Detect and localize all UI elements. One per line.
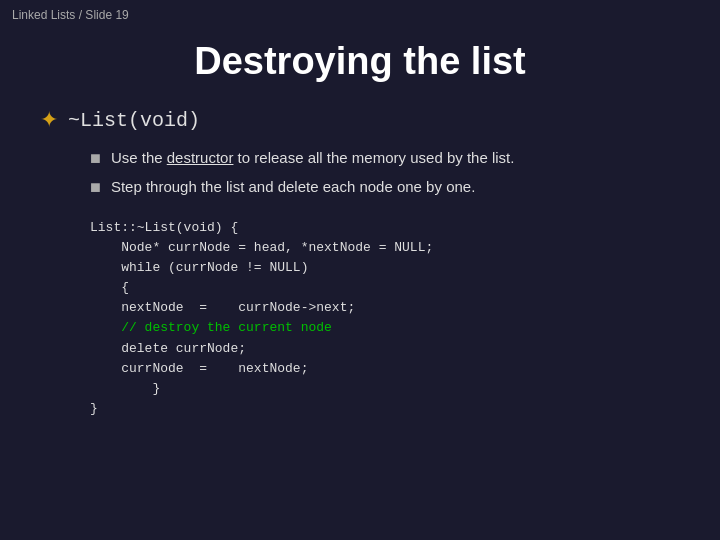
code-line-10: } (90, 399, 680, 419)
sub-bullet-dot-2: ■ (90, 176, 101, 199)
slide-title: Destroying the list (0, 30, 720, 83)
code-line-8: currNode = nextNode; (90, 359, 680, 379)
code-line-7: delete currNode; (90, 339, 680, 359)
code-block: List::~List(void) { Node* currNode = hea… (90, 218, 680, 419)
sub-bullet-1: ■ Use the destructor to release all the … (90, 147, 680, 170)
code-line-5: nextNode = currNode->next; (90, 298, 680, 318)
code-line-4: { (90, 278, 680, 298)
code-line-1: List::~List(void) { (90, 218, 680, 238)
sub-bullet-2: ■ Step through the list and delete each … (90, 176, 680, 199)
content-area: ✦ ~List(void) ■ Use the destructor to re… (40, 107, 680, 419)
breadcrumb: Linked Lists / Slide 19 (12, 8, 129, 22)
code-line-9: } (90, 379, 680, 399)
sub-bullet-dot-1: ■ (90, 147, 101, 170)
sub-bullet-2-text: Step through the list and delete each no… (111, 176, 475, 197)
sub-bullet-1-text: Use the destructor to release all the me… (111, 147, 515, 168)
bullet-header: ✦ ~List(void) (40, 107, 680, 133)
code-line-6: // destroy the current node (90, 318, 680, 338)
bullet-header-code: ~List(void) (68, 109, 200, 132)
sub-bullets: ■ Use the destructor to release all the … (90, 147, 680, 200)
destructor-underline: destructor (167, 149, 234, 166)
code-line-3: while (currNode != NULL) (90, 258, 680, 278)
bullet-star-icon: ✦ (40, 107, 58, 133)
code-line-2: Node* currNode = head, *nextNode = NULL; (90, 238, 680, 258)
